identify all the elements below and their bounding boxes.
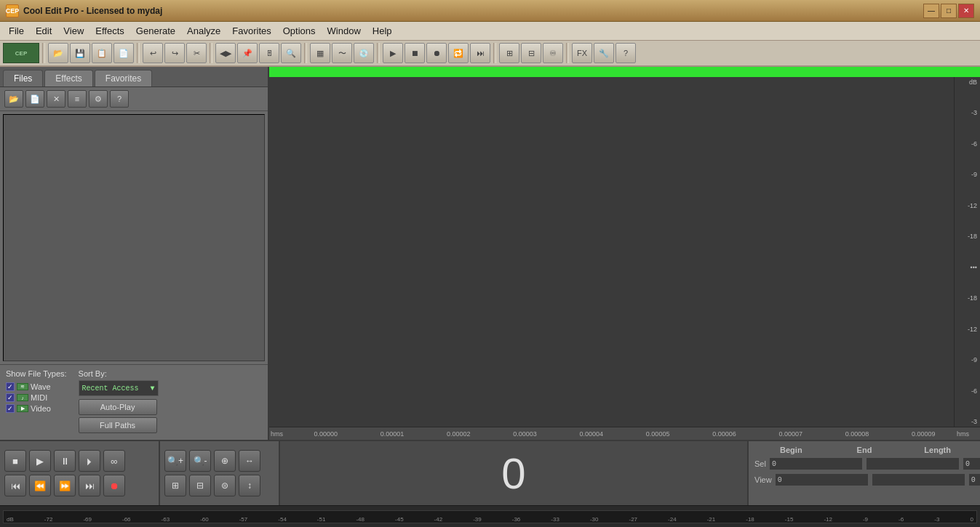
- panel-close-btn[interactable]: ✕: [47, 90, 65, 108]
- paste-button[interactable]: 📌: [237, 43, 258, 63]
- pause-button[interactable]: ⏸: [54, 450, 76, 472]
- wave-checkbox[interactable]: ✓: [6, 382, 15, 391]
- toolbar-separator-6: [493, 43, 496, 63]
- zoom-row-2: ⊞ ⊟ ⊜ ↕: [164, 475, 274, 496]
- forward-button[interactable]: ⏩: [54, 475, 76, 496]
- rec-transport[interactable]: ⏺: [426, 43, 447, 63]
- timeline-label: 0.00009: [891, 430, 957, 438]
- toolbar-separator-5: [377, 43, 380, 63]
- menu-item-window[interactable]: Window: [322, 23, 367, 39]
- fx-button[interactable]: FX: [572, 43, 592, 63]
- zoom-in-button[interactable]: 🔍+: [164, 450, 186, 472]
- record-button[interactable]: ⏺: [103, 475, 125, 496]
- tab-favorites[interactable]: Favorites: [95, 70, 152, 87]
- level-tick: 0: [970, 516, 973, 523]
- zoom-out-button[interactable]: 🔍-: [189, 450, 211, 472]
- midi-checkbox[interactable]: ✓: [6, 393, 15, 402]
- loop-transport[interactable]: 🔁: [448, 43, 469, 63]
- file-list[interactable]: [3, 114, 265, 361]
- sort-by-area: Sort By: Recent Access ▼ Auto-Play Full …: [79, 369, 159, 435]
- level-tick: -12: [824, 516, 832, 523]
- db-label: -3: [955, 109, 980, 116]
- panel-options-btn[interactable]: ⚙: [89, 90, 108, 108]
- play-transport[interactable]: ▶: [383, 43, 403, 63]
- minimize-button[interactable]: —: [923, 4, 939, 18]
- zoom-fit-button[interactable]: ↔: [239, 450, 260, 472]
- save-as-button[interactable]: 📋: [92, 43, 112, 63]
- menu-item-options[interactable]: Options: [277, 23, 322, 39]
- auto-play-button[interactable]: Auto-Play: [79, 399, 157, 415]
- zoom-reset-button[interactable]: ⊜: [214, 475, 236, 496]
- menu-item-analyze[interactable]: Analyze: [181, 23, 226, 39]
- sel-begin-input[interactable]: [769, 457, 863, 470]
- sort-dropdown[interactable]: Recent Access ▼: [79, 380, 159, 396]
- play-to-end-button[interactable]: ⏵: [79, 450, 100, 472]
- zoom-full-button[interactable]: ↕: [239, 475, 260, 496]
- menu-item-generate[interactable]: Generate: [130, 23, 181, 39]
- save-button[interactable]: 💾: [70, 43, 90, 63]
- cut-button[interactable]: ✂: [186, 43, 207, 63]
- full-paths-button[interactable]: Full Paths: [79, 417, 157, 433]
- panel-help-btn[interactable]: ?: [110, 90, 129, 108]
- menu-item-view[interactable]: View: [57, 23, 89, 39]
- rewind-button[interactable]: ⏪: [29, 475, 51, 496]
- timeline-label: 0.00000: [292, 430, 359, 438]
- properties-button[interactable]: 📄: [113, 43, 134, 63]
- view-end-input[interactable]: [872, 473, 965, 486]
- view-length-input[interactable]: [968, 473, 980, 486]
- menu-item-effects[interactable]: Effects: [89, 23, 130, 39]
- stop-button[interactable]: ■: [4, 450, 26, 472]
- view-label: View: [754, 475, 772, 484]
- begin-col-header: Begin: [754, 446, 828, 454]
- panel-open-btn[interactable]: 📂: [4, 90, 23, 108]
- wave-type-row: ✓ ≋ Wave: [6, 382, 67, 391]
- wave-icon: ≋: [17, 383, 28, 390]
- zoom-in-v-button[interactable]: ⊞: [164, 475, 186, 496]
- tab-effects[interactable]: Effects: [44, 70, 92, 87]
- sel-length-input[interactable]: [963, 457, 980, 470]
- goto-end-button[interactable]: ⏭: [79, 475, 100, 496]
- goto-start-button[interactable]: ⏮: [4, 475, 26, 496]
- help-button[interactable]: ?: [616, 43, 636, 63]
- open-button[interactable]: 📂: [48, 43, 68, 63]
- cd-button[interactable]: 💿: [354, 43, 374, 63]
- menu-item-help[interactable]: Help: [367, 23, 398, 39]
- play-button[interactable]: ▶: [29, 450, 51, 472]
- zoom-button[interactable]: 🔍: [281, 43, 301, 63]
- zoom-pan-button[interactable]: ⊕: [214, 450, 236, 472]
- loop-button[interactable]: ∞: [103, 450, 125, 472]
- db-scale: dB-3-6-9-12-18•••-18-12-9-6-3: [954, 77, 980, 427]
- grid-button[interactable]: ⊟: [521, 43, 541, 63]
- mix-button[interactable]: 🎚: [259, 43, 279, 63]
- multitrack-button[interactable]: ▦: [310, 43, 330, 63]
- zoom-out-v-button[interactable]: ⊟: [189, 475, 211, 496]
- tab-files[interactable]: Files: [3, 70, 43, 87]
- app-logo: CEP: [3, 43, 39, 63]
- panel-new-btn[interactable]: 📄: [25, 90, 44, 108]
- undo-button[interactable]: ↩: [143, 43, 163, 63]
- panel-tabs: Files Effects Favorites: [0, 67, 268, 87]
- waveform-main[interactable]: [269, 77, 954, 427]
- app-icon: CEP: [6, 4, 19, 17]
- redo-button[interactable]: ↪: [164, 43, 185, 63]
- db-label: dB: [955, 79, 980, 86]
- snap-button[interactable]: ⊞: [499, 43, 519, 63]
- close-button[interactable]: ✕: [958, 4, 974, 18]
- menu-item-edit[interactable]: Edit: [30, 23, 57, 39]
- loop2-button[interactable]: ♾: [543, 43, 563, 63]
- toolbar: CEP 📂 💾 📋 📄 ↩ ↪ ✂ ◀▶ 📌 🎚 🔍 ▦ 〜 💿 ▶ ⏹ ⏺ 🔁…: [0, 41, 980, 67]
- view-begin-input[interactable]: [775, 473, 869, 486]
- menu-item-favorites[interactable]: Favorites: [226, 23, 276, 39]
- sel-end-input[interactable]: [866, 457, 960, 470]
- level-tick: -27: [629, 516, 637, 523]
- stop-transport[interactable]: ⏹: [405, 43, 425, 63]
- maximize-button[interactable]: □: [941, 4, 957, 18]
- goto-button[interactable]: ⏭: [470, 43, 490, 63]
- menu-item-file[interactable]: File: [3, 23, 30, 39]
- trim-button[interactable]: ◀▶: [215, 43, 236, 63]
- tool2-button[interactable]: 🔧: [594, 43, 614, 63]
- panel-list-btn[interactable]: ≡: [68, 90, 87, 108]
- video-checkbox[interactable]: ✓: [6, 404, 15, 413]
- waveform-button[interactable]: 〜: [332, 43, 352, 63]
- level-tick: -45: [395, 516, 404, 523]
